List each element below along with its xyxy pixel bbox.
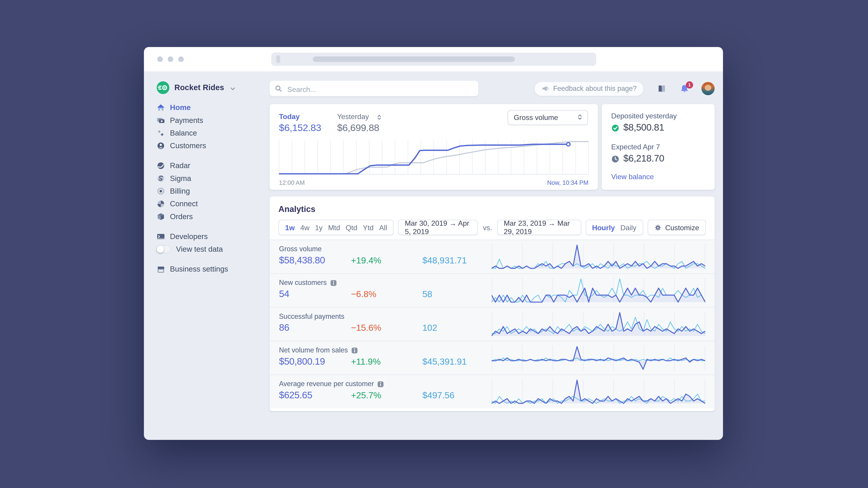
sidebar-item-radar[interactable]: Radar xyxy=(157,159,270,172)
info-icon[interactable] xyxy=(330,279,337,287)
clock-icon xyxy=(611,155,620,163)
feedback-button[interactable]: Feedback about this page? xyxy=(534,81,644,96)
metric-label: Average revenue per customer xyxy=(279,380,384,388)
window-controls xyxy=(157,57,184,62)
primary-date-range[interactable]: Mar 30, 2019 → Apr 5, 2019 xyxy=(398,220,478,235)
metric-value: 86 xyxy=(279,323,289,334)
compare-date-range[interactable]: Mar 23, 2019 → Mar 29, 2019 xyxy=(497,220,581,235)
metric-change: +19.4% xyxy=(351,256,381,265)
connect-icon xyxy=(157,200,165,208)
analytics-title: Analytics xyxy=(278,204,706,214)
metric-label: New customers xyxy=(279,279,337,287)
interval-qtd[interactable]: Qtd xyxy=(343,223,360,232)
sidebar-item-view-test-data[interactable]: View test data xyxy=(157,243,270,256)
interval-ytd[interactable]: Ytd xyxy=(360,223,376,232)
metric-compare-value: 102 xyxy=(423,323,437,333)
x-axis-start-label: 12:00 AM xyxy=(279,179,305,186)
sidebar-item-label: Billing xyxy=(170,187,190,195)
sidebar-group-developers: DevelopersView test data xyxy=(157,230,270,256)
sidebar-item-payments[interactable]: Payments xyxy=(157,114,270,127)
sidebar-item-business-settings[interactable]: Business settings xyxy=(157,263,270,275)
interval-1y[interactable]: 1y xyxy=(312,223,325,232)
analytics-row-gross-volume: Gross volume$58,438.80+19.4%$48,931.71 xyxy=(270,239,715,273)
sidebar: Rocket Rides HomePaymentsBalanceCustomer… xyxy=(144,72,270,440)
top-header: Feedback about this page? 1 xyxy=(270,81,715,96)
sidebar-item-billing[interactable]: Billing xyxy=(157,185,270,197)
sidebar-item-balance[interactable]: Balance xyxy=(157,127,270,139)
metric-compare-value: $48,931.71 xyxy=(423,256,467,265)
metric-select[interactable]: Gross volume xyxy=(508,110,588,125)
customize-button[interactable]: Customize xyxy=(647,220,706,235)
window-close-button[interactable] xyxy=(157,57,163,62)
browser-chrome xyxy=(144,47,723,72)
dashboard-app: Rocket Rides HomePaymentsBalanceCustomer… xyxy=(144,72,723,440)
metric-value: 54 xyxy=(279,289,289,300)
payments-icon xyxy=(157,116,165,125)
desktop: Rocket Rides HomePaymentsBalanceCustomer… xyxy=(0,0,868,488)
sidebar-item-label: Radar xyxy=(170,162,190,170)
deposited-row: $8,500.81 xyxy=(611,122,664,133)
check-circle-icon xyxy=(611,124,620,132)
info-icon[interactable] xyxy=(377,381,384,388)
interval-picker: 1w4w1yMtdQtdYtdAll xyxy=(278,220,394,235)
sidebar-item-label: Orders xyxy=(170,213,193,221)
interval-1w[interactable]: 1w xyxy=(282,223,298,232)
window-zoom-button[interactable] xyxy=(178,57,184,62)
notifications-button[interactable]: 1 xyxy=(680,84,689,93)
select-chevrons-icon xyxy=(576,113,583,121)
metric-compare-value: $497.56 xyxy=(423,391,455,400)
search-box xyxy=(270,81,478,96)
sidebar-item-connect[interactable]: Connect xyxy=(157,197,270,210)
analytics-header: Analytics 1w4w1yMtdQtdYtdAll Mar 30, 201… xyxy=(270,196,715,235)
search-input[interactable] xyxy=(286,81,471,97)
deposited-label: Deposited yesterday xyxy=(611,112,677,120)
analytics-row-new-customers: New customers54−6.8%58 xyxy=(270,273,715,307)
analytics-row-average-revenue-per-customer: Average revenue per customer$625.65+25.7… xyxy=(270,375,715,408)
interval-all[interactable]: All xyxy=(376,223,390,232)
sidebar-item-label: Developers xyxy=(170,232,208,241)
vs-label: vs. xyxy=(483,223,492,232)
metric-label: Net volume from sales xyxy=(279,346,358,354)
sidebar-item-customers[interactable]: Customers xyxy=(157,139,270,152)
tab-yesterday[interactable]: Yesterday xyxy=(337,112,369,121)
granularity-hourly[interactable]: Hourly xyxy=(589,223,618,232)
url-text-placeholder xyxy=(313,57,515,62)
sidebar-item-label: Sigma xyxy=(170,174,191,183)
sidebar-item-orders[interactable]: Orders xyxy=(157,210,270,223)
metric-sparkline xyxy=(492,378,705,405)
address-bar[interactable] xyxy=(271,53,596,66)
sort-chevrons-icon xyxy=(376,113,382,120)
balance-summary-card: Deposited yesterday $8,500.81 Expected A… xyxy=(602,104,715,190)
sidebar-item-label: Home xyxy=(170,103,191,112)
sidebar-item-label: Connect xyxy=(170,200,198,208)
interval-4w[interactable]: 4w xyxy=(298,223,312,232)
developers-icon xyxy=(157,232,165,241)
analytics-row-net-volume-from-sales: Net volume from sales$50,800.19+11.9%$45… xyxy=(270,341,715,375)
interval-mtd[interactable]: Mtd xyxy=(325,223,343,232)
analytics-card: Analytics 1w4w1yMtdQtdYtdAll Mar 30, 201… xyxy=(270,196,715,411)
window-minimize-button[interactable] xyxy=(168,57,173,62)
rocket-rides-logo-icon xyxy=(157,81,169,94)
view-balance-link[interactable]: View balance xyxy=(611,173,654,181)
user-avatar[interactable] xyxy=(702,82,715,95)
expected-label: Expected Apr 7 xyxy=(611,143,660,151)
granularity-daily[interactable]: Daily xyxy=(618,223,639,232)
customers-icon xyxy=(157,142,165,150)
balance-icon xyxy=(157,129,165,137)
metric-label: Gross volume xyxy=(279,245,322,253)
sidebar-item-developers[interactable]: Developers xyxy=(157,230,270,243)
granularity-picker: HourlyDaily xyxy=(585,220,643,235)
today-value: $6,152.83 xyxy=(279,122,321,134)
account-switcher[interactable]: Rocket Rides xyxy=(157,81,270,94)
analytics-row-successful-payments: Successful payments86−15.6%102 xyxy=(270,307,715,341)
sidebar-item-home[interactable]: Home xyxy=(157,101,270,114)
orders-icon xyxy=(157,213,165,221)
info-icon[interactable] xyxy=(351,347,359,354)
tab-today[interactable]: Today xyxy=(279,112,300,121)
metric-label: Successful payments xyxy=(279,313,344,320)
view-test-data-toggle[interactable] xyxy=(156,245,171,254)
metric-change: −15.6% xyxy=(351,323,381,333)
metric-value: $625.65 xyxy=(279,390,312,401)
docs-button[interactable] xyxy=(657,84,666,93)
sidebar-item-sigma[interactable]: Sigma xyxy=(157,172,270,185)
